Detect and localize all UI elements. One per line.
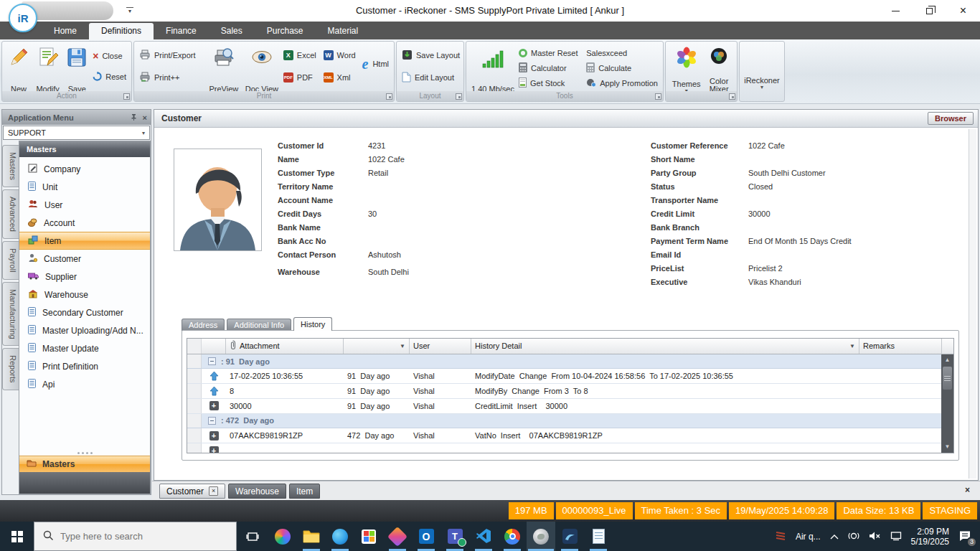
module-selector[interactable]: SUPPORT ▾: [3, 126, 150, 140]
vertical-tab-reports[interactable]: Reports: [2, 348, 19, 390]
excel-button[interactable]: X Excel: [281, 49, 321, 62]
collapse-icon[interactable]: [208, 357, 216, 365]
taskbar-app-copilot[interactable]: [268, 522, 297, 551]
taskbar-app-edge[interactable]: [326, 522, 354, 551]
notification-center-icon[interactable]: 3: [958, 530, 971, 543]
taskbar-app-store[interactable]: [354, 522, 383, 551]
action-dialog-launcher-icon[interactable]: [123, 93, 130, 100]
network-icon[interactable]: [890, 531, 902, 542]
vertical-tab-masters[interactable]: Masters: [2, 145, 19, 187]
print-plus-button[interactable]: Print++: [137, 71, 205, 84]
panel-splitter[interactable]: [19, 450, 150, 456]
filter-icon[interactable]: ▼: [849, 343, 855, 349]
browser-button[interactable]: Browser: [928, 112, 974, 125]
grid-header-attachment[interactable]: Attachment: [226, 339, 344, 354]
apply-promotion-button[interactable]: Apply Promotion: [584, 77, 660, 90]
calculate-button[interactable]: Calculate: [584, 62, 660, 74]
sidebar-item-print-definition[interactable]: Print Definition: [19, 357, 150, 375]
restore-button[interactable]: [913, 0, 946, 22]
print-export-button[interactable]: Print/Export: [137, 49, 205, 62]
tab-sales[interactable]: Sales: [209, 23, 255, 39]
taskbar-search[interactable]: [34, 522, 237, 551]
tab-history[interactable]: History: [293, 317, 332, 331]
screen-cast-icon[interactable]: [848, 531, 859, 542]
app-logo[interactable]: iR: [9, 4, 37, 32]
taskbar-app-chrome[interactable]: [498, 522, 527, 551]
tab-address[interactable]: Address: [182, 319, 225, 331]
table-row[interactable]: 8 91 Day ago Vishal ModifyBy Change From…: [187, 384, 941, 399]
taskbar-app-m365[interactable]: [383, 522, 412, 551]
sidebar-item-account[interactable]: Account: [19, 214, 150, 232]
grid-header-remarks[interactable]: Remarks: [859, 339, 941, 354]
taskbar-app-ireckoner[interactable]: [527, 522, 555, 551]
volume-muted-icon[interactable]: [869, 531, 881, 542]
doc-tab-warehouse[interactable]: Warehouse: [228, 484, 286, 499]
sidebar-item-api[interactable]: Api: [19, 375, 150, 393]
themes-button[interactable]: Themes ▾: [669, 43, 704, 93]
task-view-button[interactable]: [237, 522, 268, 551]
preview-button[interactable]: PreView: [205, 43, 242, 93]
sidebar-item-company[interactable]: Company: [19, 160, 150, 178]
salesxceed-button[interactable]: Salesxceed: [584, 47, 660, 59]
edit-layout-button[interactable]: Edit Layout: [400, 71, 462, 84]
grid-header-user[interactable]: User: [410, 339, 471, 354]
tab-definitions[interactable]: Definitions: [89, 23, 154, 39]
close-button[interactable]: ×: [946, 0, 980, 22]
sidebar-item-item[interactable]: Item: [19, 232, 150, 250]
grid-header-age[interactable]: ▼: [344, 339, 410, 354]
html-button[interactable]: e Html: [360, 43, 392, 85]
reset-button[interactable]: Reset: [90, 70, 128, 83]
grid-header-history-detail[interactable]: History Detail▼: [471, 339, 859, 354]
pin-icon[interactable]: [131, 113, 137, 122]
tray-weather-label[interactable]: Air q...: [796, 532, 821, 542]
table-row[interactable]: + 07AAKCB9819R1ZP 472 Day ago Vishal Vat…: [187, 428, 941, 443]
modify-button[interactable]: Modify: [32, 43, 63, 93]
tab-finance[interactable]: Finance: [154, 23, 209, 39]
start-button[interactable]: [0, 522, 34, 551]
get-stock-button[interactable]: Get Stock: [517, 77, 584, 90]
search-input[interactable]: [60, 531, 218, 542]
tray-expand-icon[interactable]: [830, 532, 839, 541]
taskbar-app-teams[interactable]: T: [440, 522, 469, 551]
doc-tab-item[interactable]: Item: [289, 484, 320, 499]
table-row[interactable]: +: [187, 443, 941, 453]
grid-scrollbar[interactable]: ▲ ▼: [941, 339, 953, 453]
tab-purchase[interactable]: Purchase: [255, 23, 316, 39]
save-layout-button[interactable]: Save Layout: [400, 49, 462, 62]
sidebar-item-user[interactable]: User: [19, 196, 150, 214]
table-row[interactable]: + 30000 91 Day ago Vishal CreditLimit In…: [187, 399, 941, 414]
tab-material[interactable]: Material: [315, 23, 370, 39]
close-all-tabs-icon[interactable]: ×: [965, 486, 970, 494]
xml-button[interactable]: XML Xml: [321, 71, 360, 84]
layout-dialog-launcher-icon[interactable]: [456, 93, 462, 100]
print-dialog-launcher-icon[interactable]: [386, 93, 392, 100]
grid-group-row[interactable]: : 472 Day ago: [187, 414, 941, 429]
doc-tab-customer[interactable]: Customer ×: [159, 484, 225, 499]
sidebar-item-customer[interactable]: Customer: [19, 250, 150, 268]
tab-home[interactable]: Home: [42, 23, 89, 39]
new-button[interactable]: New: [5, 43, 32, 93]
scroll-up-icon[interactable]: ▲: [942, 355, 953, 365]
collapse-icon[interactable]: [208, 417, 216, 425]
vertical-tab-advanced[interactable]: Advanced: [2, 189, 19, 239]
taskbar-app-vscode[interactable]: [469, 522, 498, 551]
vertical-tab-payroll[interactable]: Payroll: [2, 241, 19, 280]
grid-group-row[interactable]: : 91 Day ago: [187, 354, 941, 369]
master-reset-button[interactable]: Master Reset: [517, 47, 584, 59]
sidebar-item-secondary-customer[interactable]: Secondary Customer: [19, 303, 150, 321]
form-scrollbar[interactable]: [969, 129, 976, 479]
color-mixer-button[interactable]: Color Mixer: [704, 43, 734, 93]
customer-photo[interactable]: [174, 149, 262, 251]
grid-header-icon-col[interactable]: [202, 339, 226, 354]
taskbar-clock[interactable]: 2:09 PM5/19/2025: [911, 527, 949, 547]
close-tab-icon[interactable]: ×: [209, 486, 218, 496]
table-row[interactable]: 17-02-2025 10:36:55 91 Day ago Vishal Mo…: [187, 369, 941, 384]
taskbar-app-file-explorer[interactable]: [297, 522, 326, 551]
tools-dialog-launcher-icon[interactable]: [655, 93, 661, 100]
calculator-button[interactable]: Calculator: [517, 62, 584, 74]
word-button[interactable]: W Word: [321, 49, 360, 62]
sidebar-item-supplier[interactable]: Supplier: [19, 268, 150, 286]
tab-additional-info[interactable]: Additional Info: [227, 319, 291, 331]
filter-icon[interactable]: ▼: [400, 343, 405, 349]
minimize-button[interactable]: [879, 0, 913, 22]
